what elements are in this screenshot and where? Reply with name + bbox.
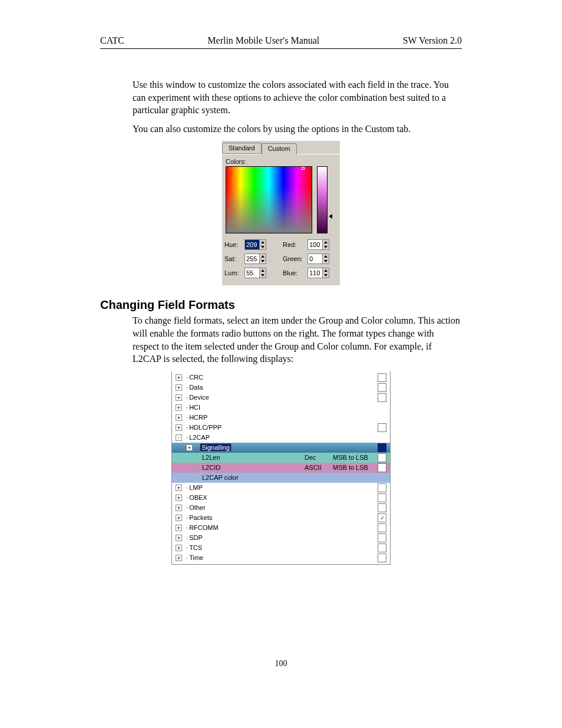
green-input[interactable]: 0: [308, 253, 329, 264]
lum-spinner[interactable]: [259, 268, 266, 278]
expand-icon[interactable]: +: [186, 444, 193, 451]
hue-saturation-field[interactable]: [226, 166, 312, 233]
checkbox[interactable]: [378, 463, 386, 472]
format-value: ASCII: [305, 464, 333, 471]
checkbox-checked[interactable]: ✓: [378, 513, 386, 522]
checkbox[interactable]: [378, 373, 386, 382]
header-right: SW Version 2.0: [403, 35, 462, 46]
expand-icon[interactable]: +: [176, 394, 182, 401]
page-header: CATC Merlin Mobile User's Manual SW Vers…: [100, 35, 462, 49]
expand-icon[interactable]: +: [176, 515, 182, 521]
expand-icon[interactable]: +: [176, 525, 182, 531]
checkbox[interactable]: [378, 423, 386, 432]
hue-crosshair[interactable]: [302, 167, 305, 170]
format-value: Dec: [305, 454, 333, 461]
green-label: Green:: [283, 255, 308, 262]
red-spinner[interactable]: [322, 240, 329, 249]
luminance-arrow-icon[interactable]: [329, 214, 332, 219]
luminance-strip[interactable]: [317, 166, 328, 233]
tree-item-tcs[interactable]: +·· TCS: [172, 543, 390, 553]
tree-item-other[interactable]: +·· Other: [172, 503, 390, 513]
tree-item-l2cap-color[interactable]: L2CAP color: [172, 473, 390, 483]
checkbox[interactable]: [378, 443, 386, 452]
red-label: Red:: [283, 241, 308, 248]
checkbox[interactable]: [378, 393, 386, 402]
svg-marker-9: [261, 274, 265, 276]
expand-icon[interactable]: +: [176, 374, 182, 381]
intro-paragraph-1: Use this window to customize the colors …: [133, 78, 462, 117]
tree-item-l2cap[interactable]: -·· L2CAP: [172, 433, 390, 443]
tree-item-rfcomm[interactable]: +·· RFCOMM: [172, 523, 390, 533]
blue-label: Blue:: [283, 269, 308, 276]
tree-item-time[interactable]: +·· Time: [172, 553, 390, 563]
red-input[interactable]: 100: [308, 239, 329, 250]
checkbox[interactable]: [378, 523, 386, 532]
expand-icon[interactable]: +: [176, 404, 182, 411]
tree-item-sdp[interactable]: +·· SDP: [172, 533, 390, 543]
tree-item-signalling[interactable]: +·· Signalling: [172, 443, 390, 453]
header-center: Merlin Mobile User's Manual: [207, 35, 319, 46]
svg-marker-0: [261, 241, 265, 243]
page-number: 100: [100, 659, 462, 668]
expand-icon[interactable]: +: [176, 414, 182, 421]
checkbox[interactable]: [378, 483, 386, 492]
colors-label: Colors:: [226, 158, 340, 165]
hue-label: Hue:: [224, 241, 244, 248]
hue-input[interactable]: 209: [244, 239, 266, 250]
svg-marker-2: [324, 241, 328, 243]
header-left: CATC: [100, 35, 124, 46]
expand-icon[interactable]: +: [176, 545, 182, 551]
expand-icon[interactable]: +: [176, 424, 182, 431]
svg-marker-1: [261, 246, 265, 248]
tree-item-packets[interactable]: +·· Packets ✓: [172, 513, 390, 523]
sat-label: Sat:: [224, 255, 244, 262]
collapse-icon[interactable]: -: [176, 434, 182, 441]
tab-standard[interactable]: Standard: [222, 143, 262, 154]
tree-item-hcrp[interactable]: +·· HCRP: [172, 413, 390, 423]
checkbox[interactable]: [378, 554, 386, 562]
formats-paragraph: To change field formats, select an item …: [133, 314, 462, 365]
bitorder-value: MSB to LSB: [333, 454, 375, 461]
svg-marker-10: [324, 269, 328, 272]
svg-marker-7: [324, 260, 328, 262]
svg-marker-6: [324, 255, 328, 258]
lum-label: Lum:: [224, 269, 244, 276]
svg-marker-5: [261, 260, 265, 262]
checkbox[interactable]: [378, 543, 386, 552]
tree-item-device[interactable]: +·· Device: [172, 393, 390, 403]
svg-marker-11: [324, 274, 328, 276]
expand-icon[interactable]: +: [176, 384, 182, 391]
tree-item-crc[interactable]: + ·· CRC: [172, 373, 390, 383]
tree-item-hdlc-ppp[interactable]: +·· HDLC/PPP: [172, 423, 390, 433]
green-spinner[interactable]: [322, 254, 329, 263]
tree-item-l2len[interactable]: L2Len Dec MSB to LSB: [172, 453, 390, 463]
expand-icon[interactable]: +: [176, 535, 182, 541]
bitorder-value: MSB to LSB: [333, 464, 375, 471]
tree-item-l2cid[interactable]: L2CID ASCII MSB to LSB: [172, 463, 390, 473]
tree-item-obex[interactable]: +·· OBEX: [172, 493, 390, 503]
tree-item-data[interactable]: +·· Data: [172, 383, 390, 393]
checkbox[interactable]: [378, 493, 386, 502]
checkbox[interactable]: [378, 453, 386, 462]
field-format-tree: + ·· CRC +·· Data +·· Device +·· HCI +··…: [171, 371, 391, 565]
blue-input[interactable]: 110: [308, 268, 329, 278]
checkbox[interactable]: [378, 533, 386, 542]
blue-spinner[interactable]: [322, 268, 329, 278]
expand-icon[interactable]: +: [176, 485, 182, 491]
svg-marker-8: [261, 269, 265, 272]
svg-marker-4: [261, 255, 265, 258]
tab-custom[interactable]: Custom: [262, 143, 297, 154]
intro-paragraph-2: You can also customize the colors by usi…: [133, 123, 462, 136]
svg-marker-3: [324, 246, 328, 248]
hue-spinner[interactable]: [259, 240, 266, 249]
checkbox[interactable]: [378, 503, 386, 512]
expand-icon[interactable]: +: [176, 495, 182, 501]
tree-item-hci[interactable]: +·· HCI: [172, 403, 390, 413]
tree-item-lmp[interactable]: +·· LMP: [172, 483, 390, 493]
checkbox[interactable]: [378, 383, 386, 392]
sat-spinner[interactable]: [259, 254, 266, 263]
expand-icon[interactable]: +: [176, 555, 182, 561]
lum-input[interactable]: 55: [244, 268, 266, 278]
expand-icon[interactable]: +: [176, 505, 182, 511]
sat-input[interactable]: 255: [244, 253, 266, 264]
